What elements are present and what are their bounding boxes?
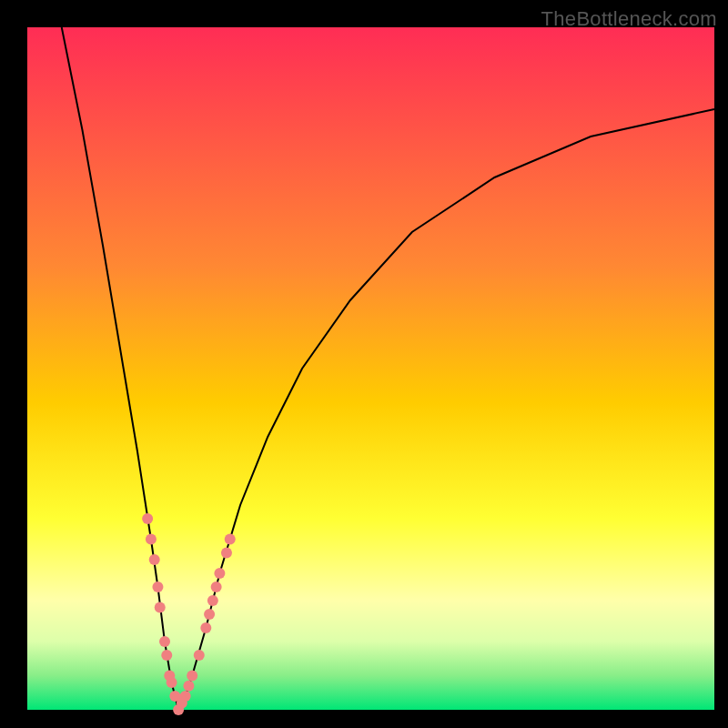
marker-point <box>200 622 211 633</box>
marker-point <box>155 602 166 613</box>
marker-point <box>180 691 191 702</box>
watermark-text: TheBottleneck.com <box>541 7 717 31</box>
marker-point <box>225 534 236 545</box>
marker-point <box>214 568 225 579</box>
marker-point <box>159 636 170 647</box>
marker-point <box>211 581 222 592</box>
marker-point <box>183 681 194 692</box>
marker-point <box>204 609 215 620</box>
marker-point <box>194 650 205 661</box>
marker-point <box>149 554 160 565</box>
chart-container: TheBottleneck.com <box>0 0 728 728</box>
bottleneck-chart <box>0 0 728 728</box>
marker-point <box>146 534 157 545</box>
marker-point <box>187 671 197 682</box>
marker-point <box>152 581 163 592</box>
marker-point <box>142 513 153 524</box>
marker-point <box>207 595 218 606</box>
plot-area <box>27 27 714 715</box>
marker-point <box>167 677 177 688</box>
marker-point <box>161 650 172 661</box>
gradient-background <box>27 27 714 710</box>
marker-point <box>221 548 232 559</box>
